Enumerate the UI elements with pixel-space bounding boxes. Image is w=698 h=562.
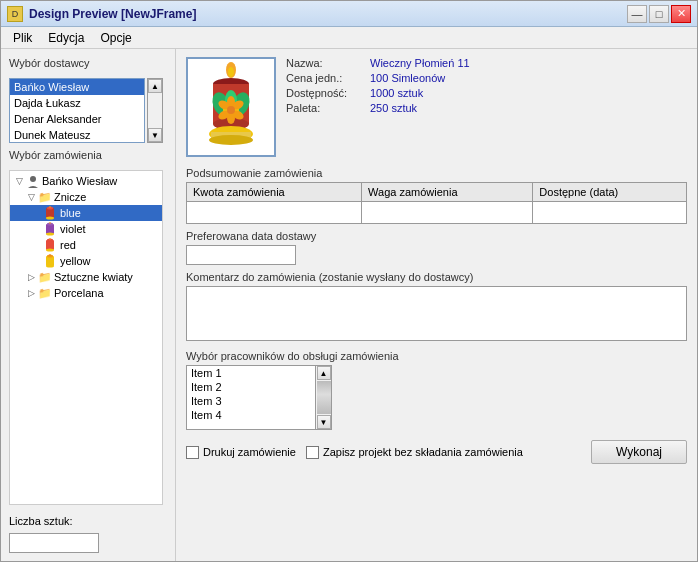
folder-icon-znicze: 📁 (38, 190, 52, 204)
tree-label-yellow: yellow (60, 255, 91, 267)
availability-value: 1000 sztuk (370, 87, 423, 99)
comment-section: Komentarz do zamówienia (zostanie wysłan… (186, 271, 687, 344)
summary-val-waga (362, 202, 533, 224)
workers-scroll-up[interactable]: ▲ (317, 366, 331, 380)
tree-label-znicze: Znicze (54, 191, 86, 203)
menu-edycja[interactable]: Edycja (40, 29, 92, 47)
person-icon (26, 174, 40, 188)
print-checkbox-label[interactable]: Drukuj zamówienie (186, 446, 296, 459)
svg-point-8 (46, 233, 54, 236)
folder-icon-kwiaty: 📁 (38, 270, 52, 284)
tree-item-porcelana[interactable]: ▷ 📁 Porcelana (10, 285, 162, 301)
tree-toggle-porcelana[interactable]: ▷ (24, 286, 38, 300)
tree-label-porcelana: Porcelana (54, 287, 104, 299)
supplier-list[interactable]: Bańko Wiesław Dajda Łukasz Denar Aleksan… (9, 78, 145, 143)
title-bar: D Design Preview [NewJFrame] — □ ✕ (1, 1, 697, 27)
minimize-button[interactable]: — (627, 5, 647, 23)
order-section-label: Wybór zamówienia (9, 149, 163, 161)
workers-list[interactable]: Item 1 Item 2 Item 3 Item 4 (186, 365, 316, 430)
tree-item-red[interactable]: red (10, 237, 162, 253)
candle-red-icon (44, 238, 58, 252)
svg-point-4 (46, 217, 54, 220)
tree-toggle-kwiaty[interactable]: ▷ (24, 270, 38, 284)
svg-point-0 (30, 176, 36, 182)
menu-plik[interactable]: Plik (5, 29, 40, 47)
scroll-down-btn[interactable]: ▼ (148, 128, 162, 142)
supplier-item-dajda[interactable]: Dajda Łukasz (10, 95, 144, 111)
main-window: D Design Preview [NewJFrame] — □ ✕ Plik … (0, 0, 698, 562)
scroll-up-btn[interactable]: ▲ (148, 79, 162, 93)
delivery-label: Preferowana data dostawy (186, 230, 687, 242)
window-title: Design Preview [NewJFrame] (29, 7, 627, 21)
sztuk-input[interactable] (9, 533, 99, 553)
tree-item-znicze[interactable]: ▽ 📁 Znicze (10, 189, 162, 205)
worker-item-1[interactable]: Item 1 (187, 366, 315, 380)
menu-bar: Plik Edycja Opcje (1, 27, 697, 49)
window-controls: — □ ✕ (627, 5, 691, 23)
workers-container: Item 1 Item 2 Item 3 Item 4 ▲ ▼ (186, 365, 687, 430)
svg-point-32 (227, 106, 235, 114)
product-palette-row: Paleta: 250 sztuk (286, 102, 687, 114)
supplier-item-dunek[interactable]: Dunek Mateusz (10, 127, 144, 143)
tree-toggle-znicze[interactable]: ▽ (24, 190, 38, 204)
delivery-date-input[interactable] (186, 245, 296, 265)
menu-opcje[interactable]: Opcje (92, 29, 139, 47)
workers-section: Wybór pracowników do obsługi zamówienia … (186, 350, 687, 430)
order-tree[interactable]: ▽ Bańko Wiesław ▽ 📁 Znicze (9, 170, 163, 505)
worker-item-3[interactable]: Item 3 (187, 394, 315, 408)
tree-label-banko: Bańko Wiesław (42, 175, 117, 187)
worker-item-4[interactable]: Item 4 (187, 408, 315, 422)
comment-label: Komentarz do zamówienia (zostanie wysłan… (186, 271, 687, 283)
sztuk-label: Liczba sztuk: (9, 515, 163, 527)
price-label: Cena jedn.: (286, 72, 366, 84)
save-checkbox[interactable] (306, 446, 319, 459)
maximize-button[interactable]: □ (649, 5, 669, 23)
name-value: Wieczny Płomień 11 (370, 57, 470, 69)
tree-item-blue[interactable]: blue (10, 205, 162, 221)
tree-label-kwiaty: Sztuczne kwiaty (54, 271, 133, 283)
product-image-svg (191, 62, 271, 152)
right-panel: Nazwa: Wieczny Płomień 11 Cena jedn.: 10… (180, 49, 697, 561)
product-details: Nazwa: Wieczny Płomień 11 Cena jedn.: 10… (286, 57, 687, 157)
svg-point-35 (209, 135, 253, 145)
summary-section: Podsumowanie zamówienia Kwota zamówienia… (186, 167, 687, 224)
workers-scrollbar: ▲ ▼ (316, 365, 332, 430)
supplier-scrollbar: ▲ ▼ (147, 78, 163, 143)
palette-value: 250 sztuk (370, 102, 417, 114)
tree-label-red: red (60, 239, 76, 251)
product-availability-row: Dostępność: 1000 sztuk (286, 87, 687, 99)
print-checkbox[interactable] (186, 446, 199, 459)
worker-item-2[interactable]: Item 2 (187, 380, 315, 394)
product-section: Nazwa: Wieczny Płomień 11 Cena jedn.: 10… (186, 57, 687, 157)
main-content: Wybór dostawcy Bańko Wiesław Dajda Łukas… (1, 49, 697, 561)
supplier-item-banko[interactable]: Bańko Wiesław (10, 79, 144, 95)
tree-item-banko[interactable]: ▽ Bańko Wiesław (10, 173, 162, 189)
svg-point-16 (46, 265, 54, 268)
summary-val-kwota (187, 202, 362, 224)
save-label: Zapisz projekt bez składania zamówienia (323, 446, 523, 458)
summary-col-dostepne: Dostępne (data) (533, 183, 687, 202)
product-price-row: Cena jedn.: 100 Simleonów (286, 72, 687, 84)
save-checkbox-label[interactable]: Zapisz projekt bez składania zamówienia (306, 446, 523, 459)
candle-blue-icon (44, 206, 58, 220)
workers-scroll-down[interactable]: ▼ (317, 415, 331, 429)
tree-item-kwiaty[interactable]: ▷ 📁 Sztuczne kwiaty (10, 269, 162, 285)
tree-item-violet[interactable]: violet (10, 221, 162, 237)
workers-label: Wybór pracowników do obsługi zamówienia (186, 350, 687, 362)
product-name-row: Nazwa: Wieczny Płomień 11 (286, 57, 687, 69)
tree-toggle-banko[interactable]: ▽ (12, 174, 26, 188)
candle-yellow-icon (44, 254, 58, 268)
app-icon: D (7, 6, 23, 22)
execute-button[interactable]: Wykonaj (591, 440, 687, 464)
comment-textarea[interactable] (186, 286, 687, 341)
vertical-divider (175, 49, 176, 561)
supplier-list-container: Bańko Wiesław Dajda Łukasz Denar Aleksan… (9, 78, 163, 143)
folder-icon-porcelana: 📁 (38, 286, 52, 300)
svg-point-18 (228, 67, 234, 77)
close-button[interactable]: ✕ (671, 5, 691, 23)
availability-label: Dostępność: (286, 87, 366, 99)
summary-table: Kwota zamówienia Waga zamówienia Dostępn… (186, 182, 687, 224)
name-label: Nazwa: (286, 57, 366, 69)
tree-item-yellow[interactable]: yellow (10, 253, 162, 269)
supplier-item-denar[interactable]: Denar Aleksander (10, 111, 144, 127)
